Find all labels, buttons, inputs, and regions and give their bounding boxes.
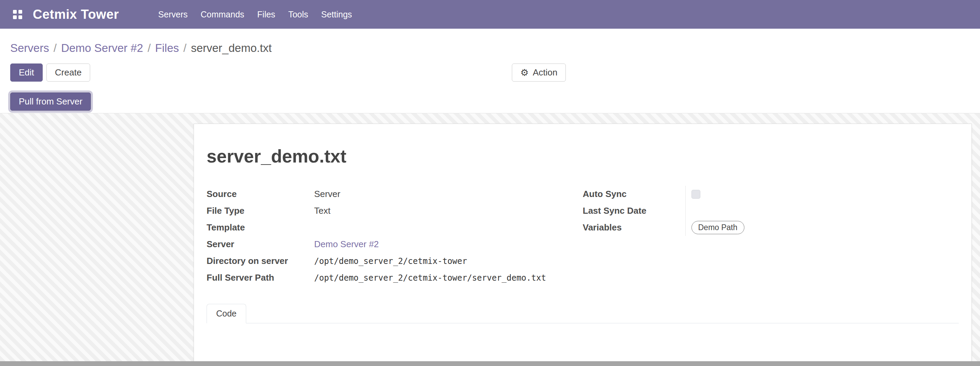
breadcrumb-files[interactable]: Files bbox=[155, 41, 179, 54]
field-label-server: Server bbox=[207, 239, 314, 250]
field-row-file-type: File Type Text bbox=[207, 202, 583, 219]
menu-servers[interactable]: Servers bbox=[152, 0, 194, 29]
pull-from-server-button[interactable]: Pull from Server bbox=[10, 92, 91, 111]
form-sheet: server_demo.txt Source Server File Type … bbox=[194, 124, 972, 361]
apps-grid-icon[interactable] bbox=[10, 6, 25, 22]
main-menu: Servers Commands Files Tools Settings bbox=[152, 0, 358, 29]
edit-button[interactable]: Edit bbox=[10, 64, 43, 81]
field-row-variables: Variables Demo Path bbox=[583, 219, 959, 236]
breadcrumb-separator: / bbox=[183, 41, 186, 54]
field-row-last-sync: Last Sync Date bbox=[583, 202, 959, 219]
action-dropdown-button[interactable]: ⚙ Action bbox=[512, 64, 566, 81]
field-value-file-type: Text bbox=[314, 205, 583, 216]
record-title: server_demo.txt bbox=[207, 146, 959, 167]
gear-icon: ⚙ bbox=[520, 68, 528, 77]
field-label-last-sync: Last Sync Date bbox=[583, 205, 685, 216]
field-value-source: Server bbox=[314, 188, 583, 200]
field-label-file-type: File Type bbox=[207, 205, 314, 216]
breadcrumb-servers[interactable]: Servers bbox=[10, 41, 49, 54]
field-group: Source Server File Type Text Template Se… bbox=[207, 186, 959, 286]
field-row-source: Source Server bbox=[207, 186, 583, 202]
field-row-full-path: Full Server Path /opt/demo_server_2/cetm… bbox=[207, 269, 583, 286]
breadcrumb-demo-server[interactable]: Demo Server #2 bbox=[61, 41, 143, 54]
field-label-full-path: Full Server Path bbox=[207, 272, 314, 283]
horizontal-scrollbar[interactable] bbox=[0, 361, 980, 366]
menu-tools[interactable]: Tools bbox=[282, 0, 315, 29]
field-group-left: Source Server File Type Text Template Se… bbox=[207, 186, 583, 286]
control-panel: Servers/Demo Server #2/Files/server_demo… bbox=[0, 29, 980, 113]
field-group-right: Auto Sync Last Sync Date Variables Demo … bbox=[583, 186, 959, 286]
breadcrumb: Servers/Demo Server #2/Files/server_demo… bbox=[0, 29, 980, 55]
menu-settings[interactable]: Settings bbox=[315, 0, 358, 29]
tab-code[interactable]: Code bbox=[207, 304, 246, 323]
apps-grid-icon-glyph bbox=[13, 10, 22, 19]
form-view-background: server_demo.txt Source Server File Type … bbox=[0, 113, 980, 366]
field-value-server-link[interactable]: Demo Server #2 bbox=[314, 239, 379, 249]
menu-commands[interactable]: Commands bbox=[194, 0, 251, 29]
field-label-variables: Variables bbox=[583, 222, 685, 233]
field-value-full-path: /opt/demo_server_2/cetmix-tower/server_d… bbox=[314, 273, 583, 283]
field-row-template: Template bbox=[207, 219, 583, 236]
field-row-directory: Directory on server /opt/demo_server_2/c… bbox=[207, 253, 583, 269]
action-dropdown-label: Action bbox=[533, 67, 557, 78]
breadcrumb-current: server_demo.txt bbox=[191, 41, 272, 54]
field-value-last-sync bbox=[685, 202, 959, 219]
field-label-auto-sync: Auto Sync bbox=[583, 188, 685, 200]
field-value-directory: /opt/demo_server_2/cetmix-tower bbox=[314, 256, 583, 266]
field-row-server: Server Demo Server #2 bbox=[207, 236, 583, 253]
notebook-tabs: Code bbox=[207, 304, 959, 323]
app-brand-title: Cetmix Tower bbox=[33, 7, 119, 22]
menu-files[interactable]: Files bbox=[251, 0, 282, 29]
field-row-auto-sync: Auto Sync bbox=[583, 186, 959, 202]
breadcrumb-separator: / bbox=[54, 41, 57, 54]
top-navbar: Cetmix Tower Servers Commands Files Tool… bbox=[0, 0, 980, 29]
breadcrumb-separator: / bbox=[148, 41, 151, 54]
field-label-template: Template bbox=[207, 222, 314, 233]
auto-sync-checkbox[interactable] bbox=[692, 190, 700, 199]
field-label-source: Source bbox=[207, 188, 314, 200]
field-label-directory: Directory on server bbox=[207, 255, 314, 267]
statusbar-row: Pull from Server bbox=[0, 92, 980, 111]
create-button[interactable]: Create bbox=[46, 64, 90, 81]
variable-tag-demo-path: Demo Path bbox=[692, 221, 745, 234]
action-buttons-row: Edit Create ⚙ Action bbox=[0, 64, 980, 81]
